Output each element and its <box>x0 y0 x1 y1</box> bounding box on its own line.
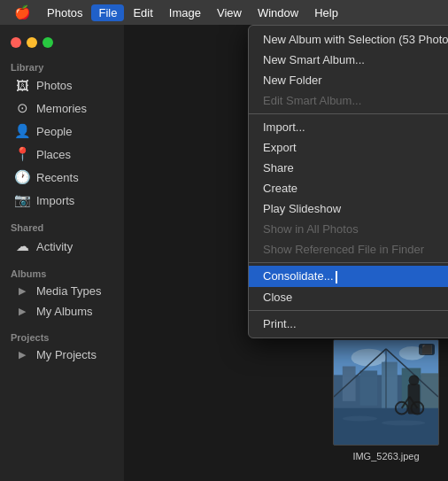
sidebar-item-people-label: People <box>36 125 72 138</box>
shared-section-label: Shared <box>0 217 124 235</box>
menu-item-import[interactable]: Import... ⇧⌘I <box>249 117 448 137</box>
menu-item-export-label: Export <box>263 141 297 154</box>
sidebar-item-memories-label: Memories <box>36 102 87 115</box>
albums-section-label: Albums <box>0 263 124 281</box>
menubar-image[interactable]: Image <box>162 4 208 21</box>
sidebar-item-places[interactable]: 📍 Places <box>4 143 120 166</box>
menu-item-edit-smart-album: Edit Smart Album... <box>249 90 448 111</box>
sidebar-item-people[interactable]: 👤 People <box>4 120 120 143</box>
people-icon: 👤 <box>14 123 30 139</box>
menubar-view[interactable]: View <box>210 4 249 21</box>
menu-item-import-label: Import... <box>263 120 305 134</box>
library-section-label: Library <box>0 57 124 74</box>
menubar-help[interactable]: Help <box>307 4 345 21</box>
sidebar-item-media-types-label: Media Types <box>36 284 101 298</box>
places-icon: 📍 <box>14 146 30 162</box>
apple-menu[interactable]: 🍎 <box>7 4 38 20</box>
menu-item-consolidate-label: Consolidate... <box>263 269 337 283</box>
main-content: ⬛ IMG_5263.jpeg New Album with Selection… <box>124 25 448 481</box>
my-projects-icon: ▶ <box>14 349 30 361</box>
menu-item-show-in-all-photos: Show in All Photos <box>249 219 448 239</box>
menu-item-edit-smart-album-label: Edit Smart Album... <box>263 94 361 107</box>
photos-icon: 🖼 <box>14 78 30 93</box>
sidebar-item-activity-label: Activity <box>36 240 73 253</box>
projects-section-label: Projects <box>0 327 124 345</box>
menu-item-play-slideshow-label: Play Slideshow <box>263 202 341 215</box>
sidebar-item-imports[interactable]: 📷 Imports <box>4 189 120 212</box>
menu-item-new-smart-album[interactable]: New Smart Album... ⌥⌘N <box>249 50 448 70</box>
sidebar-item-my-albums[interactable]: ▶ My Albums <box>4 301 120 322</box>
sidebar-item-recents-label: Recents <box>36 171 79 184</box>
menu-separator-3 <box>249 310 448 311</box>
sidebar-item-activity[interactable]: ☁ Activity <box>4 235 120 258</box>
menu-item-create-label: Create <box>263 182 297 195</box>
menu-item-share-label: Share <box>263 161 294 175</box>
sidebar-item-imports-label: Imports <box>36 194 74 207</box>
menu-item-close[interactable]: Close ⌘W <box>249 287 448 307</box>
memories-icon: ⊙ <box>14 100 30 116</box>
traffic-lights <box>0 32 124 57</box>
menu-item-share[interactable]: Share ▶ <box>249 158 448 178</box>
app-body: Library 🖼 Photos ⊙ Memories 👤 People 📍 P… <box>0 25 448 481</box>
menubar-window[interactable]: Window <box>251 4 305 21</box>
sidebar-item-memories[interactable]: ⊙ Memories <box>4 97 120 120</box>
sidebar-item-my-projects[interactable]: ▶ My Projects <box>4 345 120 365</box>
menubar-photos[interactable]: Photos <box>40 4 89 21</box>
dropdown-overlay: New Album with Selection (53 Photos) ⌘N … <box>124 25 448 481</box>
menu-separator-1 <box>249 113 448 114</box>
menu-item-new-folder[interactable]: New Folder ⇧⌘N <box>249 70 448 90</box>
menu-separator-2 <box>249 262 448 263</box>
my-albums-icon: ▶ <box>14 306 30 317</box>
sidebar-item-media-types[interactable]: ▶ Media Types <box>4 281 120 301</box>
menu-item-print-label: Print... <box>263 317 297 330</box>
menu-item-show-referenced-file-label: Show Referenced File in Finder <box>263 243 424 256</box>
menubar: 🍎 Photos File Edit Image View Window Hel… <box>0 0 448 25</box>
menu-item-show-referenced-file: Show Referenced File in Finder <box>249 239 448 260</box>
activity-icon: ☁ <box>14 238 30 254</box>
file-menu: New Album with Selection (53 Photos) ⌘N … <box>248 25 448 338</box>
sidebar-item-my-albums-label: My Albums <box>36 305 93 318</box>
sidebar-item-photos-label: Photos <box>36 79 72 92</box>
menu-item-consolidate[interactable]: Consolidate... <box>249 266 448 287</box>
recents-icon: 🕐 <box>14 169 30 185</box>
sidebar-item-recents[interactable]: 🕐 Recents <box>4 166 120 189</box>
menu-item-new-album[interactable]: New Album with Selection (53 Photos) ⌘N <box>249 29 448 50</box>
menu-item-new-folder-label: New Folder <box>263 74 321 87</box>
menu-item-play-slideshow[interactable]: Play Slideshow <box>249 198 448 219</box>
minimize-button[interactable] <box>27 37 37 48</box>
menubar-edit[interactable]: Edit <box>126 4 159 21</box>
menubar-file[interactable]: File <box>91 4 124 21</box>
imports-icon: 📷 <box>14 192 30 208</box>
sidebar: Library 🖼 Photos ⊙ Memories 👤 People 📍 P… <box>0 25 124 481</box>
menu-item-close-label: Close <box>263 291 292 304</box>
menu-item-create[interactable]: Create ▶ <box>249 178 448 198</box>
close-button[interactable] <box>11 37 21 48</box>
menu-item-export[interactable]: Export ▶ <box>249 137 448 158</box>
menu-item-new-album-label: New Album with Selection (53 Photos) <box>263 33 448 46</box>
sidebar-item-places-label: Places <box>36 148 71 161</box>
menu-item-show-in-all-photos-label: Show in All Photos <box>263 222 359 236</box>
media-types-icon: ▶ <box>14 285 30 297</box>
fullscreen-button[interactable] <box>42 37 53 48</box>
menu-item-print[interactable]: Print... ⌘P <box>249 314 448 334</box>
sidebar-item-my-projects-label: My Projects <box>36 348 97 361</box>
menu-item-new-smart-album-label: New Smart Album... <box>263 53 365 66</box>
sidebar-item-photos[interactable]: 🖼 Photos <box>4 74 120 97</box>
